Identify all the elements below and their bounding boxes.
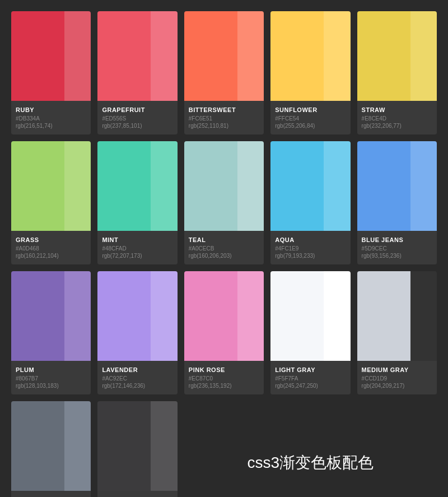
title-section: css3渐变色板配色 bbox=[184, 401, 437, 497]
color-card: MEDIUM GRAY#CCD1D9rgb(204,209,217) bbox=[357, 271, 437, 394]
color-rgb: rgb(93,156,236) bbox=[362, 253, 432, 259]
color-info: DARK GRAY#656D78rgb(101,109,120) bbox=[11, 491, 91, 497]
color-hex: #8067B7 bbox=[16, 375, 86, 382]
bottom-color-grid: DARK GRAY#656D78rgb(101,109,120)CHARCOAL… bbox=[11, 401, 178, 497]
color-name: LAVENDER bbox=[102, 366, 172, 373]
color-swatch bbox=[184, 11, 264, 101]
color-swatch bbox=[357, 11, 437, 101]
color-rgb: rgb(252,110,81) bbox=[189, 123, 259, 129]
color-info: BLUE JEANS#5D9CECrgb(93,156,236) bbox=[357, 231, 437, 264]
color-name: PINK ROSE bbox=[189, 366, 259, 373]
swatch-light bbox=[410, 11, 437, 101]
swatch-light bbox=[237, 141, 264, 231]
swatch-main bbox=[357, 271, 410, 361]
page-title: css3渐变色板配色 bbox=[248, 452, 374, 473]
color-name: GRAPEFRUIT bbox=[102, 106, 172, 113]
swatch-light bbox=[237, 11, 264, 101]
swatch-light bbox=[324, 141, 350, 231]
color-rgb: rgb(232,206,77) bbox=[362, 123, 432, 129]
swatch-main bbox=[184, 141, 237, 231]
color-hex: #DB334A bbox=[16, 115, 86, 122]
swatch-light bbox=[64, 11, 91, 101]
color-swatch bbox=[11, 141, 91, 231]
color-info: AQUA#4FC1E9rgb(79,193,233) bbox=[270, 231, 350, 264]
swatch-light bbox=[64, 401, 91, 491]
color-card: LAVENDER#AC92ECrgb(172,146,236) bbox=[97, 271, 177, 394]
color-name: GRASS bbox=[16, 236, 86, 243]
color-hex: #4FC1E9 bbox=[275, 245, 346, 252]
color-hex: #48CFAD bbox=[102, 245, 172, 252]
color-hex: #E8CE4D bbox=[362, 115, 432, 122]
swatch-main bbox=[11, 11, 64, 101]
color-info: SUNFLOWER#FFCE54rgb(255,206,84) bbox=[270, 101, 350, 134]
swatch-main bbox=[357, 11, 410, 101]
color-info: GRASS#A0D468rgb(160,212,104) bbox=[11, 231, 91, 264]
color-info: PINK ROSE#EC87C0rgb(236,135,192) bbox=[184, 361, 264, 394]
color-hex: #CCD1D9 bbox=[362, 375, 432, 382]
swatch-light bbox=[410, 271, 437, 361]
color-rgb: rgb(172,146,236) bbox=[102, 383, 172, 389]
color-card: PLUM#8067B7rgb(128,103,183) bbox=[11, 271, 91, 394]
color-rgb: rgb(245,247,250) bbox=[275, 383, 346, 389]
bottom-section: DARK GRAY#656D78rgb(101,109,120)CHARCOAL… bbox=[11, 401, 437, 497]
color-hex: #5D9CEC bbox=[362, 245, 432, 252]
color-rgb: rgb(79,193,233) bbox=[275, 253, 346, 259]
color-hex: #AC92EC bbox=[102, 375, 172, 382]
color-rgb: rgb(255,206,84) bbox=[275, 123, 346, 129]
swatch-light bbox=[324, 11, 350, 101]
color-card: TEAL#A0CECBrgb(160,206,203) bbox=[184, 141, 264, 264]
swatch-main bbox=[97, 141, 151, 231]
color-swatch bbox=[97, 11, 177, 101]
color-swatch bbox=[11, 401, 91, 491]
color-name: MINT bbox=[102, 236, 172, 243]
color-card: MINT#48CFADrgb(72,207,173) bbox=[97, 141, 177, 264]
color-swatch bbox=[97, 401, 177, 491]
swatch-light bbox=[64, 271, 91, 361]
color-rgb: rgb(160,212,104) bbox=[16, 253, 86, 259]
color-info: MINT#48CFADrgb(72,207,173) bbox=[97, 231, 177, 264]
swatch-main bbox=[270, 11, 324, 101]
swatch-light bbox=[64, 141, 91, 231]
color-swatch bbox=[184, 141, 264, 231]
color-info: PLUM#8067B7rgb(128,103,183) bbox=[11, 361, 91, 394]
swatch-main bbox=[97, 271, 151, 361]
color-name: BLUE JEANS bbox=[362, 236, 432, 243]
color-rgb: rgb(72,207,173) bbox=[102, 253, 172, 259]
color-hex: #F5F7FA bbox=[275, 375, 346, 382]
color-hex: #ED556S bbox=[102, 115, 172, 122]
swatch-main bbox=[270, 271, 324, 361]
color-swatch bbox=[184, 271, 264, 361]
color-swatch bbox=[11, 11, 91, 101]
color-hex: #EC87C0 bbox=[189, 375, 259, 382]
color-rgb: rgb(216,51,74) bbox=[16, 123, 86, 129]
color-info: RUBY#DB334Argb(216,51,74) bbox=[11, 101, 91, 134]
color-info: LAVENDER#AC92ECrgb(172,146,236) bbox=[97, 361, 177, 394]
color-hex: #A0CECB bbox=[189, 245, 259, 252]
color-name: SUNFLOWER bbox=[275, 106, 346, 113]
swatch-main bbox=[11, 401, 64, 491]
color-rgb: rgb(237,85,101) bbox=[102, 123, 172, 129]
swatch-light bbox=[410, 141, 437, 231]
color-card: GRASS#A0D468rgb(160,212,104) bbox=[11, 141, 91, 264]
color-swatch bbox=[97, 271, 177, 361]
color-swatch bbox=[270, 11, 350, 101]
color-grid: RUBY#DB334Argb(216,51,74)GRAPEFRUIT#ED55… bbox=[11, 11, 437, 394]
color-name: LIGHT GRAY bbox=[275, 366, 346, 373]
swatch-light bbox=[151, 271, 177, 361]
swatch-main bbox=[357, 141, 410, 231]
swatch-light bbox=[237, 271, 264, 361]
swatch-light bbox=[151, 141, 177, 231]
color-hex: #A0D468 bbox=[16, 245, 86, 252]
color-swatch bbox=[11, 271, 91, 361]
color-name: TEAL bbox=[189, 236, 259, 243]
swatch-main bbox=[184, 271, 237, 361]
color-card: DARK GRAY#656D78rgb(101,109,120) bbox=[11, 401, 91, 497]
color-card: BLUE JEANS#5D9CECrgb(93,156,236) bbox=[357, 141, 437, 264]
swatch-main bbox=[184, 11, 237, 101]
color-card: SUNFLOWER#FFCE54rgb(255,206,84) bbox=[270, 11, 350, 134]
color-name: RUBY bbox=[16, 106, 86, 113]
color-card: STRAW#E8CE4Drgb(232,206,77) bbox=[357, 11, 437, 134]
color-name: MEDIUM GRAY bbox=[362, 366, 432, 373]
color-hex: #FC6E51 bbox=[189, 115, 259, 122]
color-name: PLUM bbox=[16, 366, 86, 373]
